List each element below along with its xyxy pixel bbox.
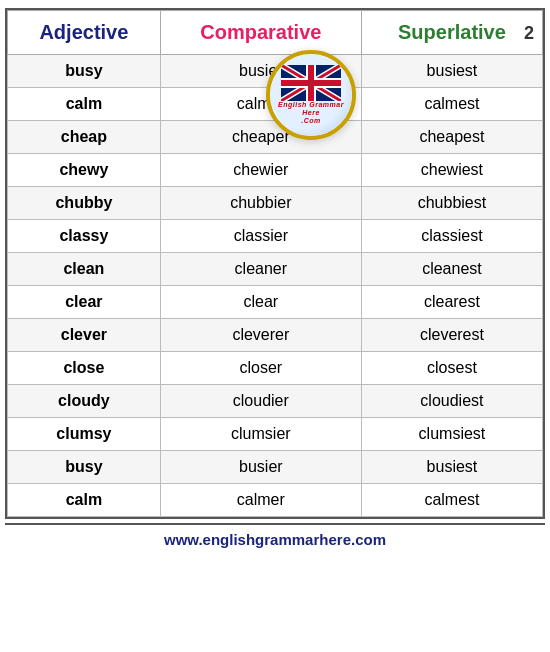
cell-superlative: clumsiest	[361, 418, 542, 451]
header-superlative: Superlative 2	[361, 11, 542, 55]
cell-superlative: classiest	[361, 220, 542, 253]
cell-adjective: clever	[8, 319, 161, 352]
cell-adjective: calm	[8, 88, 161, 121]
cell-superlative: cleverest	[361, 319, 542, 352]
cell-superlative: calmest	[361, 88, 542, 121]
cell-superlative: cleanest	[361, 253, 542, 286]
table-row: cheapcheapercheapest	[8, 121, 543, 154]
cell-superlative: chubbiest	[361, 187, 542, 220]
main-table-wrapper: English Grammar Here.Com Adjective Compa…	[5, 8, 545, 519]
table-row: clumsyclumsierclumsiest	[8, 418, 543, 451]
cell-comparative: closer	[160, 352, 361, 385]
cell-superlative: busiest	[361, 451, 542, 484]
cell-comparative: busier	[160, 451, 361, 484]
cell-adjective: chewy	[8, 154, 161, 187]
cell-adjective: busy	[8, 451, 161, 484]
table-row: cloudycloudiercloudiest	[8, 385, 543, 418]
cell-superlative: calmest	[361, 484, 542, 517]
cell-comparative: calmer	[160, 484, 361, 517]
badge-label: English Grammar Here.Com	[270, 101, 352, 124]
page-number: 2	[524, 22, 534, 43]
table-row: calmcalmercalmest	[8, 484, 543, 517]
cell-superlative: chewiest	[361, 154, 542, 187]
table-row: classyclassierclassiest	[8, 220, 543, 253]
table-row: chewychewierchewiest	[8, 154, 543, 187]
cell-superlative: busiest	[361, 55, 542, 88]
cell-comparative: chewier	[160, 154, 361, 187]
cell-comparative: classier	[160, 220, 361, 253]
header-comparative: Comparative	[160, 11, 361, 55]
cell-adjective: cloudy	[8, 385, 161, 418]
table-row: chubbychubbierchubbiest	[8, 187, 543, 220]
table-header-row: Adjective Comparative Superlative 2	[8, 11, 543, 55]
footer-url: www.englishgrammarhere.com	[5, 523, 545, 552]
cell-adjective: cheap	[8, 121, 161, 154]
table-row: closecloserclosest	[8, 352, 543, 385]
table-row: busybusierbusiest	[8, 451, 543, 484]
cell-adjective: clean	[8, 253, 161, 286]
logo-badge: English Grammar Here.Com	[266, 50, 356, 140]
cell-adjective: close	[8, 352, 161, 385]
cell-comparative: cleaner	[160, 253, 361, 286]
cell-adjective: classy	[8, 220, 161, 253]
cell-adjective: calm	[8, 484, 161, 517]
cell-comparative: clumsier	[160, 418, 361, 451]
table-row: clearclearclearest	[8, 286, 543, 319]
cell-comparative: chubbier	[160, 187, 361, 220]
cell-superlative: closest	[361, 352, 542, 385]
cell-adjective: busy	[8, 55, 161, 88]
header-adjective: Adjective	[8, 11, 161, 55]
cell-superlative: cloudiest	[361, 385, 542, 418]
cell-superlative: clearest	[361, 286, 542, 319]
cell-adjective: chubby	[8, 187, 161, 220]
cell-adjective: clear	[8, 286, 161, 319]
table-row: cleancleanercleanest	[8, 253, 543, 286]
table-row: clevercleverercleverest	[8, 319, 543, 352]
cell-superlative: cheapest	[361, 121, 542, 154]
cell-adjective: clumsy	[8, 418, 161, 451]
cell-comparative: cleverer	[160, 319, 361, 352]
cell-comparative: clear	[160, 286, 361, 319]
cell-comparative: cloudier	[160, 385, 361, 418]
